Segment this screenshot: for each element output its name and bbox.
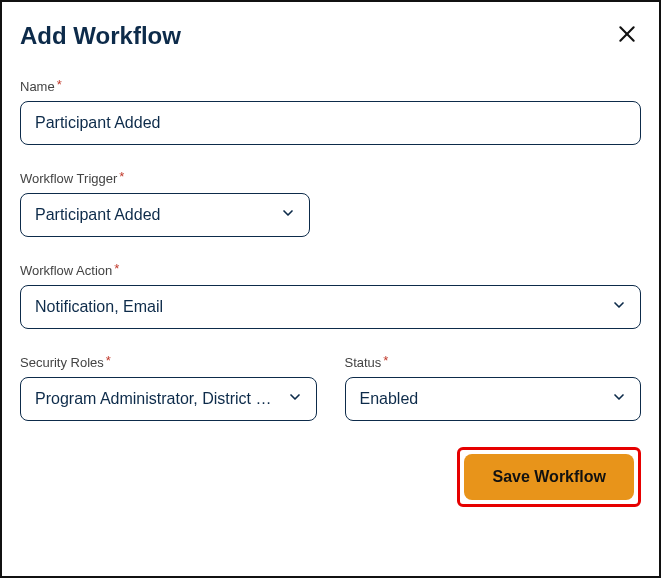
dialog-header: Add Workflow: [20, 20, 641, 51]
trigger-field-group: Workflow Trigger* Participant Added: [20, 171, 641, 237]
status-label: Status*: [345, 355, 642, 370]
trigger-label: Workflow Trigger*: [20, 171, 641, 186]
save-highlight-box: Save Workflow: [457, 447, 641, 507]
status-select-wrap: Enabled: [345, 377, 642, 421]
action-select[interactable]: Notification, Email: [20, 285, 641, 329]
required-marker: *: [57, 77, 62, 92]
name-input[interactable]: [20, 101, 641, 145]
save-workflow-button[interactable]: Save Workflow: [464, 454, 634, 500]
name-label: Name*: [20, 79, 641, 94]
trigger-select-wrap: Participant Added: [20, 193, 310, 237]
dialog-title: Add Workflow: [20, 22, 181, 50]
required-marker: *: [106, 353, 111, 368]
required-marker: *: [119, 169, 124, 184]
action-label: Workflow Action*: [20, 263, 641, 278]
status-select[interactable]: Enabled: [345, 377, 642, 421]
name-label-text: Name: [20, 79, 55, 94]
trigger-select[interactable]: Participant Added: [20, 193, 310, 237]
roles-label-text: Security Roles: [20, 355, 104, 370]
status-field: Status* Enabled: [345, 355, 642, 421]
required-marker: *: [383, 353, 388, 368]
roles-select-wrap: Program Administrator, District …: [20, 377, 317, 421]
dialog-footer: Save Workflow: [20, 447, 641, 507]
roles-label: Security Roles*: [20, 355, 317, 370]
name-field-group: Name*: [20, 79, 641, 145]
action-label-text: Workflow Action: [20, 263, 112, 278]
roles-status-row: Security Roles* Program Administrator, D…: [20, 355, 641, 421]
action-select-wrap: Notification, Email: [20, 285, 641, 329]
status-label-text: Status: [345, 355, 382, 370]
roles-field: Security Roles* Program Administrator, D…: [20, 355, 317, 421]
required-marker: *: [114, 261, 119, 276]
roles-select[interactable]: Program Administrator, District …: [20, 377, 317, 421]
close-icon: [617, 32, 637, 47]
trigger-label-text: Workflow Trigger: [20, 171, 117, 186]
action-field-group: Workflow Action* Notification, Email: [20, 263, 641, 329]
close-button[interactable]: [613, 20, 641, 51]
